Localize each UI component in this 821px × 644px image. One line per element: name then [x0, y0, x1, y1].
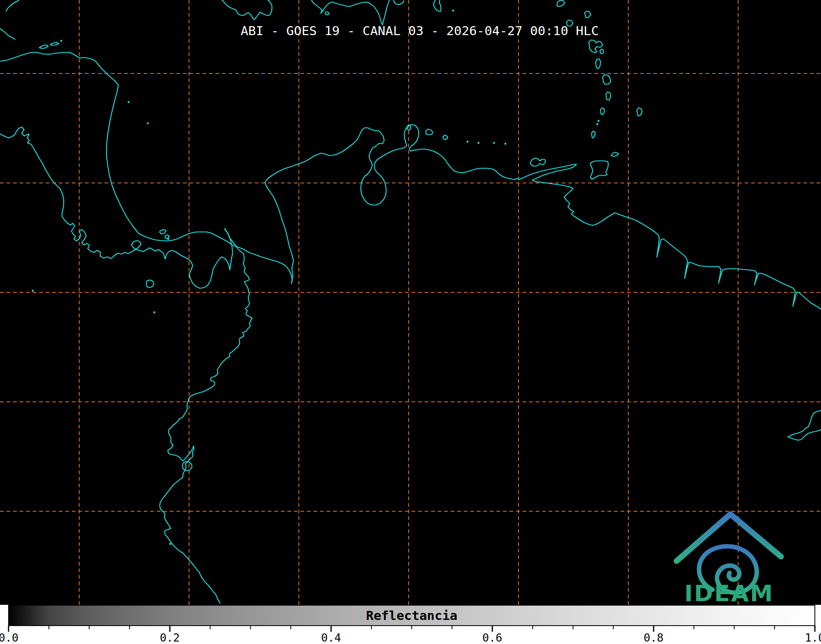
- logo-wordmark: IDEAM: [684, 580, 774, 606]
- colorbar-tick-label: 0.6: [483, 631, 503, 644]
- image-title: ABI - GOES 19 - CANAL 03 - 2026-04-27 00…: [240, 23, 599, 38]
- goes-satellite-image: ABI - GOES 19 - CANAL 03 - 2026-04-27 00…: [0, 0, 821, 644]
- scene-canvas: ABI - GOES 19 - CANAL 03 - 2026-04-27 00…: [0, 0, 821, 644]
- colorbar-title: Reflectancia: [366, 608, 458, 623]
- colorbar-tick-label: 0.0: [0, 631, 18, 644]
- colorbar-tick-label: 0.2: [160, 631, 180, 644]
- colorbar-tick-label: 0.4: [321, 631, 341, 644]
- colorbar-tick-label: 0.8: [644, 631, 664, 644]
- map-background: [0, 0, 821, 605]
- colorbar-tick-label: 1.0: [805, 631, 821, 644]
